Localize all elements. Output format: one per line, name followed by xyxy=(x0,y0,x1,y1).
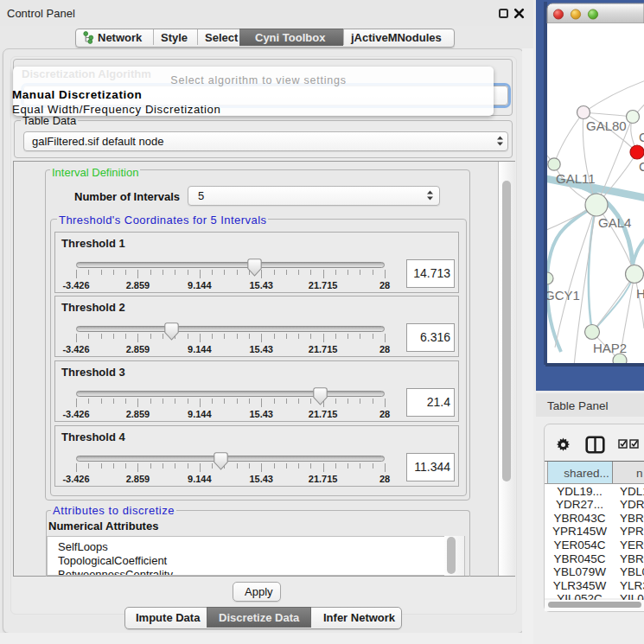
svg-text:GCY1: GCY1 xyxy=(545,288,580,303)
svg-text:G.: G. xyxy=(639,130,644,144)
svg-text:HAP2: HAP2 xyxy=(593,341,627,355)
svg-text:GAL11: GAL11 xyxy=(556,171,596,186)
svg-text:GAL80: GAL80 xyxy=(586,118,627,133)
svg-text:C: C xyxy=(639,159,644,174)
svg-text:GAL4: GAL4 xyxy=(598,215,631,230)
svg-text:H: H xyxy=(636,286,644,301)
